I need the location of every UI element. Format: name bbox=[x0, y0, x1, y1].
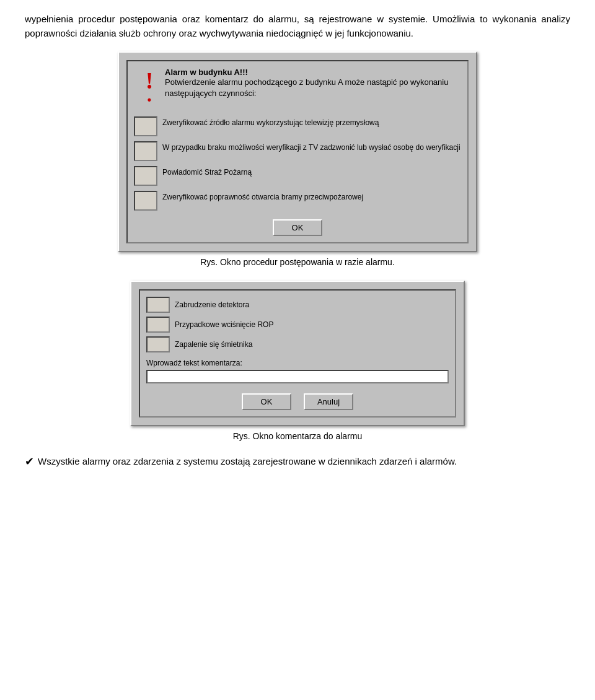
alarm-title-body: Potwierdzenie alarmu pochodzącego z budy… bbox=[165, 77, 461, 99]
alarm-header: ! • Alarm w budynku A!!! Potwierdzenie a… bbox=[134, 68, 461, 107]
comment-text-1: Zabrudzenie detektora bbox=[175, 300, 249, 309]
exclamation-dot-icon: • bbox=[148, 94, 151, 107]
comment-checkbox-3[interactable] bbox=[146, 336, 170, 352]
comment-dialog-inner: Zabrudzenie detektora Przypadkowe wciśni… bbox=[139, 289, 456, 418]
comment-checkbox-2[interactable] bbox=[146, 317, 170, 333]
alarm-checkbox-3[interactable] bbox=[134, 166, 157, 186]
comment-button-row: OK Anuluj bbox=[146, 393, 449, 410]
intro-paragraph: wypełnienia procedur postępowania oraz k… bbox=[25, 12, 570, 40]
alarm-checklist-item-4: Zweryfikować poprawność otwarcia bramy p… bbox=[134, 190, 461, 211]
exclamation-icon: ! bbox=[146, 69, 154, 92]
alarm-checklist-item-2: W przypadku braku możliwości weryfikacji… bbox=[134, 140, 461, 161]
alarm-dialog-window: ! • Alarm w budynku A!!! Potwierdzenie a… bbox=[118, 51, 477, 252]
comment-input-label: Wprowadź tekst komentarza: bbox=[146, 359, 449, 367]
bottom-paragraph-block: ✔ Wszystkie alarmy oraz zdarzenia z syst… bbox=[25, 455, 570, 470]
comment-dialog-container: Zabrudzenie detektora Przypadkowe wciśni… bbox=[25, 281, 570, 426]
comment-checklist-item-3: Zapalenie się śmietnika bbox=[146, 336, 449, 352]
alarm-checkbox-1[interactable] bbox=[134, 116, 157, 136]
bottom-paragraph-text: Wszystkie alarmy oraz zdarzenia z system… bbox=[38, 455, 457, 469]
intro-text: wypełnienia procedur postępowania oraz k… bbox=[25, 14, 570, 38]
comment-checkbox-1[interactable] bbox=[146, 297, 170, 313]
alarm-icon-area: ! • bbox=[134, 68, 165, 107]
alarm-checklist-text-1: Zweryfikować źródło alarmu wykorzystując… bbox=[162, 115, 379, 128]
comment-checklist-item-1: Zabrudzenie detektora bbox=[146, 297, 449, 313]
alarm-checkbox-2[interactable] bbox=[134, 141, 157, 161]
comment-caption: Rys. Okno komentarza do alarmu bbox=[25, 431, 570, 441]
alarm-ok-button-row: OK bbox=[134, 219, 461, 236]
comment-checklist: Zabrudzenie detektora Przypadkowe wciśni… bbox=[146, 297, 449, 352]
checkmark-icon: ✔ bbox=[25, 453, 34, 470]
alarm-checklist-item-3: Powiadomić Straż Pożarną bbox=[134, 165, 461, 186]
comment-dialog-window: Zabrudzenie detektora Przypadkowe wciśni… bbox=[130, 281, 465, 426]
alarm-title-block: Alarm w budynku A!!! Potwierdzenie alarm… bbox=[165, 68, 461, 99]
alarm-checklist-item-1: Zweryfikować źródło alarmu wykorzystując… bbox=[134, 115, 461, 136]
alarm-checklist-text-3: Powiadomić Straż Pożarną bbox=[162, 165, 252, 178]
comment-checklist-item-2: Przypadkowe wciśnięcie ROP bbox=[146, 317, 449, 333]
alarm-checkbox-4[interactable] bbox=[134, 191, 157, 211]
alarm-ok-button[interactable]: OK bbox=[273, 219, 322, 236]
comment-ok-button[interactable]: OK bbox=[242, 393, 291, 410]
comment-text-2: Przypadkowe wciśnięcie ROP bbox=[175, 320, 273, 329]
alarm-caption: Rys. Okno procedur postępowania w razie … bbox=[25, 257, 570, 267]
alarm-checklist-text-2: W przypadku braku możliwości weryfikacji… bbox=[162, 140, 461, 153]
alarm-title-bold: Alarm w budynku A!!! bbox=[165, 68, 461, 77]
alarm-checklist: Zweryfikować źródło alarmu wykorzystując… bbox=[134, 115, 461, 211]
comment-text-3: Zapalenie się śmietnika bbox=[175, 340, 252, 349]
alarm-dialog-inner: ! • Alarm w budynku A!!! Potwierdzenie a… bbox=[126, 60, 469, 243]
comment-cancel-button[interactable]: Anuluj bbox=[304, 393, 353, 410]
comment-text-input[interactable] bbox=[146, 370, 449, 383]
alarm-dialog-container: ! • Alarm w budynku A!!! Potwierdzenie a… bbox=[25, 51, 570, 252]
alarm-checklist-text-4: Zweryfikować poprawność otwarcia bramy p… bbox=[162, 190, 363, 203]
